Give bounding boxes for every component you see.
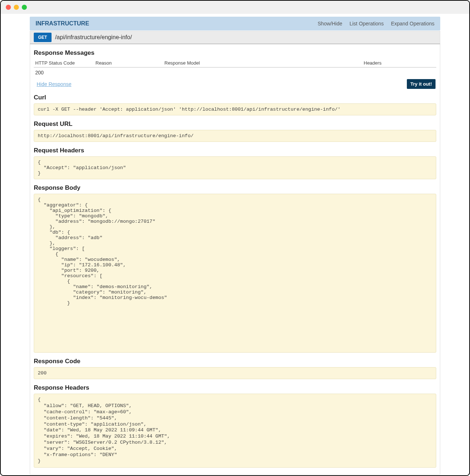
- link-list-operations[interactable]: List Operations: [350, 21, 384, 26]
- close-icon[interactable]: [6, 5, 11, 10]
- status-row: 200: [34, 67, 436, 78]
- maximize-icon[interactable]: [22, 5, 27, 10]
- section-title[interactable]: INFRASTRUCTURE: [36, 20, 89, 27]
- request-url-heading: Request URL: [34, 120, 436, 128]
- minimize-icon[interactable]: [14, 5, 19, 10]
- page-content: INFRASTRUCTURE Show/Hide List Operations…: [1, 14, 469, 476]
- operation-body: Response Messages HTTP Status Code Reaso…: [30, 44, 440, 475]
- link-expand-operations[interactable]: Expand Operations: [391, 21, 434, 26]
- try-it-out-button[interactable]: Try it out!: [407, 79, 436, 89]
- response-messages-heading: Response Messages: [34, 49, 436, 57]
- response-headers-heading: Response Headers: [34, 384, 436, 391]
- http-method-badge: GET: [34, 33, 52, 42]
- section-links: Show/Hide List Operations Expand Operati…: [318, 21, 434, 26]
- col-reason: Reason: [95, 60, 164, 66]
- curl-code[interactable]: curl -X GET --header 'Accept: applicatio…: [34, 103, 436, 115]
- response-messages-table-head: HTTP Status Code Reason Response Model H…: [34, 59, 436, 67]
- col-http-status: HTTP Status Code: [34, 60, 95, 66]
- request-headers-heading: Request Headers: [34, 147, 436, 154]
- section-header: INFRASTRUCTURE Show/Hide List Operations…: [30, 17, 440, 30]
- curl-heading: Curl: [34, 94, 436, 101]
- response-code-value[interactable]: 200: [34, 367, 436, 379]
- action-row: Hide Response Try it out!: [34, 79, 436, 89]
- window-titlebar: [1, 1, 469, 14]
- col-headers: Headers: [364, 60, 436, 66]
- col-response-model: Response Model: [164, 60, 364, 66]
- request-url-code[interactable]: http://localhost:8001/api/infrastructure…: [34, 130, 436, 142]
- response-body-code[interactable]: { "aggregator": { "api_optimization": { …: [34, 194, 436, 353]
- response-code-heading: Response Code: [34, 358, 436, 365]
- operation-header[interactable]: GET /api/infrastructure/engine-info/: [30, 31, 440, 44]
- response-body-heading: Response Body: [34, 184, 436, 192]
- hide-response-link[interactable]: Hide Response: [34, 81, 71, 87]
- request-headers-code[interactable]: { "Accept": "application/json" }: [34, 156, 436, 179]
- app-window: INFRASTRUCTURE Show/Hide List Operations…: [0, 0, 470, 476]
- operation-path: /api/infrastructure/engine-info/: [55, 34, 132, 41]
- link-show-hide[interactable]: Show/Hide: [318, 21, 342, 26]
- response-headers-code[interactable]: { "allow": "GET, HEAD, OPTIONS", "cache-…: [34, 394, 436, 468]
